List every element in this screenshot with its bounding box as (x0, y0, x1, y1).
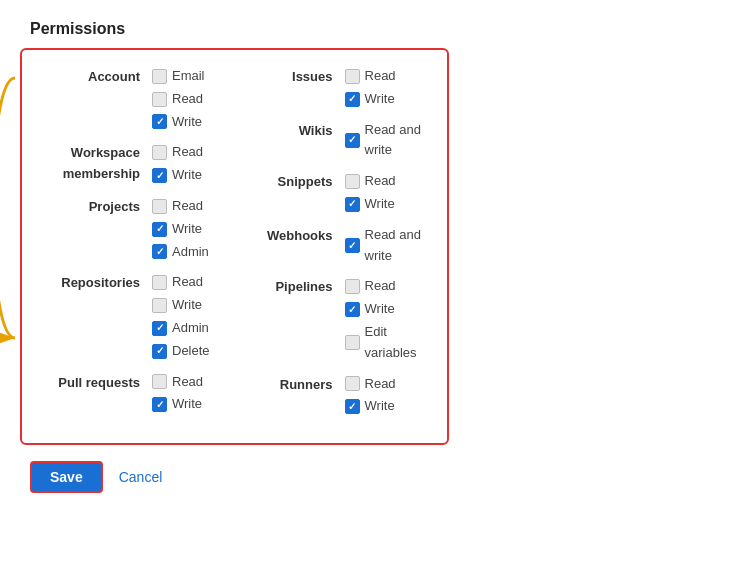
perm-option-label: Read (365, 374, 396, 395)
perm-option: Read (152, 196, 209, 217)
perm-option-label: Write (172, 295, 202, 316)
checkbox[interactable] (345, 238, 360, 253)
perm-option-label: Write (172, 394, 202, 415)
perm-option-label: Read (365, 66, 396, 87)
perm-group: ProjectsReadWriteAdmin (42, 196, 235, 262)
checkbox[interactable] (152, 374, 167, 389)
page-wrapper: Permissions AccountEmailReadWriteWorkspa… (20, 20, 731, 493)
perm-option-label: Admin (172, 318, 209, 339)
perm-option-label: Admin (172, 242, 209, 263)
permissions-left: AccountEmailReadWriteWorkspacemembership… (42, 66, 235, 427)
checkbox[interactable] (152, 114, 167, 129)
checkbox[interactable] (152, 321, 167, 336)
checkbox[interactable] (345, 174, 360, 189)
perm-option: Write (152, 165, 203, 186)
perm-option-label: Read and write (365, 120, 428, 162)
perm-option-label: Write (365, 89, 395, 110)
checkbox[interactable] (152, 168, 167, 183)
perm-options: ReadWrite (345, 374, 396, 418)
perm-option-label: Read (172, 272, 203, 293)
perm-option-label: Read (172, 196, 203, 217)
perm-option-label: Read (172, 372, 203, 393)
perm-option-label: Write (365, 396, 395, 417)
checkbox[interactable] (152, 397, 167, 412)
checkbox[interactable] (152, 199, 167, 214)
perm-group-label: Repositories (42, 272, 152, 294)
perm-option: Read (152, 142, 203, 163)
perm-group-label: Webhooks (235, 225, 345, 247)
perm-option: Write (345, 396, 396, 417)
perm-option: Write (345, 89, 396, 110)
checkbox[interactable] (345, 92, 360, 107)
perm-option-label: Email (172, 66, 205, 87)
perm-option: Write (152, 219, 209, 240)
perm-options: ReadWrite (345, 66, 396, 110)
perm-options: EmailReadWrite (152, 66, 205, 132)
perm-option-label: Read (365, 171, 396, 192)
perm-group-label: Issues (235, 66, 345, 88)
perm-option: Write (152, 112, 205, 133)
checkbox[interactable] (345, 335, 360, 350)
perm-option: Write (152, 394, 203, 415)
perm-group: WikisRead and write (235, 120, 428, 162)
perm-option-label: Delete (172, 341, 210, 362)
perm-options: ReadWriteAdminDelete (152, 272, 210, 361)
perm-option: Edit variables (345, 322, 428, 364)
perm-group: PipelinesReadWriteEdit variables (235, 276, 428, 363)
perm-options: ReadWrite (152, 372, 203, 416)
perm-option-label: Write (172, 165, 202, 186)
checkbox[interactable] (345, 399, 360, 414)
perm-option: Read (152, 272, 210, 293)
checkbox[interactable] (345, 69, 360, 84)
perm-option: Admin (152, 242, 209, 263)
checkbox[interactable] (152, 69, 167, 84)
perm-option-label: Write (365, 299, 395, 320)
perm-group-label: Projects (42, 196, 152, 218)
checkbox[interactable] (345, 302, 360, 317)
perm-option: Read (345, 171, 396, 192)
checkbox[interactable] (152, 222, 167, 237)
permissions-right: IssuesReadWriteWikisRead and writeSnippe… (235, 66, 428, 427)
perm-option: Read (152, 89, 205, 110)
checkbox[interactable] (152, 275, 167, 290)
perm-options: ReadWriteEdit variables (345, 276, 428, 363)
perm-option-label: Write (365, 194, 395, 215)
perm-option: Write (152, 295, 210, 316)
perm-option-label: Read (365, 276, 396, 297)
perm-option: Admin (152, 318, 210, 339)
perm-group: IssuesReadWrite (235, 66, 428, 110)
perm-option: Read (345, 374, 396, 395)
perm-option: Read (345, 276, 428, 297)
page-title: Permissions (20, 20, 731, 38)
checkbox[interactable] (345, 279, 360, 294)
save-button[interactable]: Save (30, 461, 103, 493)
checkbox[interactable] (152, 344, 167, 359)
perm-group-label: Account (42, 66, 152, 88)
checkbox[interactable] (345, 133, 360, 148)
perm-group: SnippetsReadWrite (235, 171, 428, 215)
perm-group-label: Snippets (235, 171, 345, 193)
perm-group-label: Pipelines (235, 276, 345, 298)
checkbox[interactable] (152, 145, 167, 160)
perm-option: Write (345, 299, 428, 320)
perm-group-label: Wikis (235, 120, 345, 142)
perm-option: Read (345, 66, 396, 87)
checkbox[interactable] (152, 92, 167, 107)
perm-options: Read and write (345, 225, 428, 267)
perm-group: RunnersReadWrite (235, 374, 428, 418)
perm-group-label: Runners (235, 374, 345, 396)
checkbox[interactable] (345, 197, 360, 212)
perm-option: Read (152, 372, 203, 393)
perm-group-label: Workspacemembership (42, 142, 152, 185)
perm-group-label: Pull requests (42, 372, 152, 394)
permissions-box: AccountEmailReadWriteWorkspacemembership… (20, 48, 449, 445)
checkbox[interactable] (152, 298, 167, 313)
checkbox[interactable] (345, 376, 360, 391)
checkbox[interactable] (152, 244, 167, 259)
perm-option-label: Write (172, 219, 202, 240)
perm-option-label: Read (172, 89, 203, 110)
cancel-link[interactable]: Cancel (119, 469, 163, 485)
perm-options: ReadWrite (345, 171, 396, 215)
perm-group: AccountEmailReadWrite (42, 66, 235, 132)
perm-option: Read and write (345, 225, 428, 267)
